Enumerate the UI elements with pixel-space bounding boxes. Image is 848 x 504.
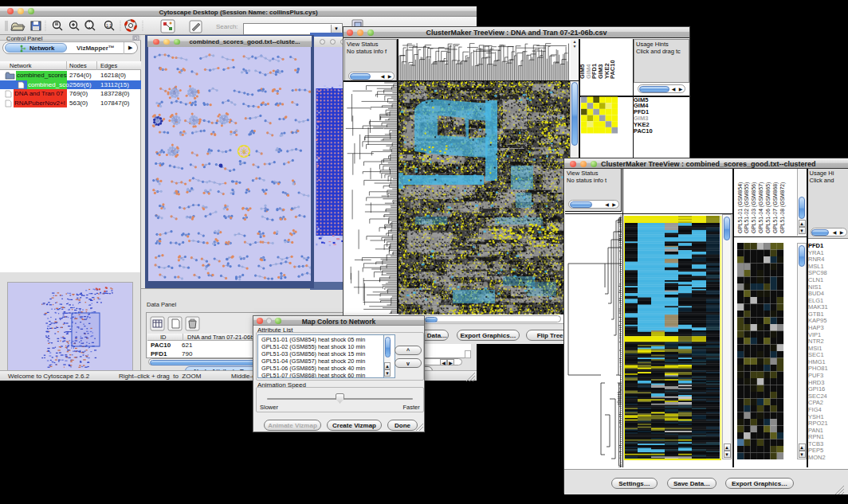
svg-text:PAC10: PAC10 xyxy=(609,60,616,79)
svg-text:GPL51-04 (GSM857): GPL51-04 (GSM857) xyxy=(758,182,764,233)
svg-text:GPL51-07 (GSM868): GPL51-07 (GSM868) xyxy=(772,182,779,233)
svg-text:GPL51-06 (GSM865): GPL51-06 (GSM865) xyxy=(765,182,771,233)
svg-text:GPL51-01 (GSM854): GPL51-01 (GSM854) xyxy=(737,182,744,233)
svg-text:GPL51-08 (GSM872): GPL51-08 (GSM872) xyxy=(779,182,786,233)
svg-text:GPL51-03 (GSM856): GPL51-03 (GSM856) xyxy=(751,182,757,233)
svg-text:1:1: 1:1 xyxy=(106,23,112,28)
svg-text:GPL51-02 (GSM855): GPL51-02 (GSM855) xyxy=(744,182,750,233)
